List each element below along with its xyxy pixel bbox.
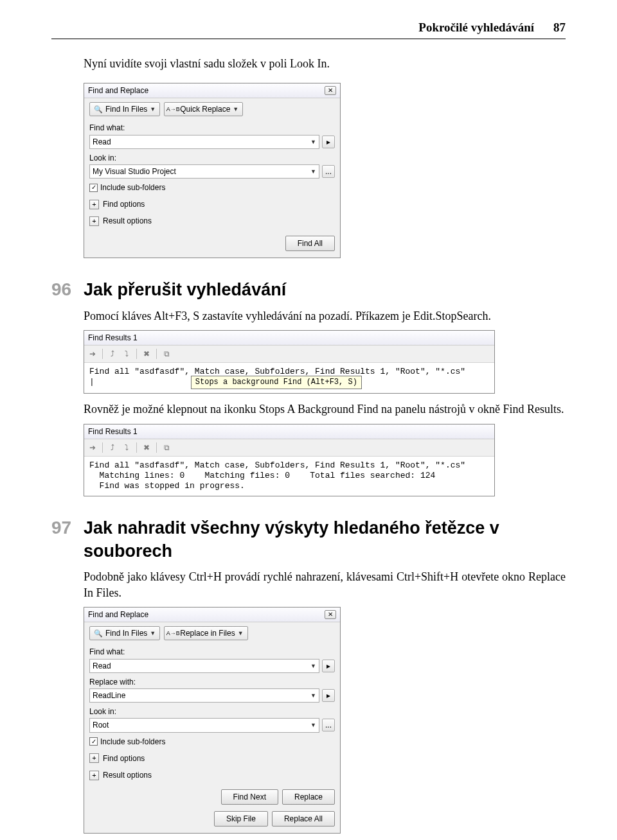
find-all-button[interactable]: Find All [285, 236, 335, 251]
browse-button[interactable]: ... [322, 165, 335, 178]
expr-builder-button[interactable]: ▸ [322, 136, 335, 148]
chevron-down-icon: ▼ [233, 105, 238, 113]
stop-find-tooltip: Stops a background Find (Alt+F3, S) [191, 376, 362, 389]
find-what-label: Find what: [89, 123, 335, 133]
replace-with-input[interactable]: ReadLine ▼ [89, 688, 319, 703]
replace-all-button[interactable]: Replace All [272, 811, 335, 827]
expr-builder-button[interactable]: ▸ [322, 660, 335, 672]
tab-find-in-files[interactable]: 🔍 Find In Files ▼ [89, 626, 160, 640]
skip-file-button[interactable]: Skip File [214, 811, 268, 827]
panel-toolbar: ➜ ⤴ ⤵ ✖ ⧉ [84, 346, 494, 363]
find-what-input[interactable]: Read ▼ [89, 135, 319, 149]
replace-button[interactable]: Replace [282, 789, 335, 805]
expand-find-options[interactable]: + [89, 753, 99, 763]
include-subfolders-checkbox[interactable]: ✓ [89, 184, 98, 192]
find-results-panel: Find Results 1 ➜ ⤴ ⤵ ✖ ⧉ Find all "asdfa… [84, 330, 495, 394]
expand-result-options[interactable]: + [89, 771, 99, 780]
replace-in-files-icon: A→B [168, 629, 177, 638]
close-icon[interactable]: ✕ [325, 610, 336, 619]
page-number: 87 [553, 19, 566, 36]
dialog-title: Find and Replace [88, 609, 148, 620]
expand-find-options[interactable]: + [89, 200, 99, 209]
dialog-title: Find and Replace [88, 85, 148, 96]
separator [156, 442, 157, 453]
tab-label: Quick Replace [180, 104, 230, 114]
tab-find-in-files[interactable]: 🔍 Find In Files ▼ [89, 102, 160, 116]
chevron-down-icon: ▼ [310, 662, 316, 670]
page-header-title: Pokročilé vyhledávání [418, 19, 534, 36]
chevron-down-icon: ▼ [238, 629, 244, 637]
panel-title: Find Results 1 [84, 424, 494, 439]
replace-in-files-dialog: Find and Replace ✕ 🔍 Find In Files ▼ A→B… [84, 607, 341, 834]
chevron-down-icon: ▼ [310, 138, 316, 146]
expr-builder-button[interactable]: ▸ [322, 689, 335, 702]
separator [156, 349, 157, 359]
section-number: 96 [51, 277, 84, 302]
look-in-label: Look in: [89, 706, 335, 717]
look-in-value: Root [93, 720, 109, 730]
separator [136, 442, 137, 453]
play-icon: ▸ [326, 661, 330, 671]
find-results-panel-2: Find Results 1 ➜ ⤴ ⤵ ✖ ⧉ Find all "asdfa… [84, 424, 495, 496]
section-96-p1: Pomocí kláves Alt+F3, S zastavíte vyhled… [84, 308, 566, 324]
include-subfolders-label: Include sub-folders [100, 182, 165, 193]
find-options-label: Find options [103, 753, 145, 764]
section-title: Jak přerušit vyhledávání [84, 278, 286, 301]
find-what-input[interactable]: Read ▼ [89, 659, 319, 673]
stop-find-icon[interactable]: ✖ [141, 348, 152, 360]
separator [136, 349, 137, 359]
goto-location-icon[interactable]: ➜ [87, 348, 98, 360]
prev-result-icon[interactable]: ⤴ [107, 348, 118, 360]
find-options-label: Find options [103, 199, 145, 209]
result-options-label: Result options [103, 770, 152, 780]
tab-quick-replace[interactable]: A→B Quick Replace ▼ [164, 102, 243, 116]
replace-with-value: ReadLine [93, 690, 125, 701]
tab-label: Find In Files [105, 104, 147, 114]
quick-replace-icon: A→B [168, 105, 177, 114]
include-subfolders-label: Include sub-folders [100, 737, 165, 747]
play-icon: ▸ [326, 137, 330, 147]
results-output: Find all "asdfasdf", Match case, Subfold… [84, 457, 494, 496]
intro-paragraph: Nyní uvidíte svoji vlastní sadu složek v… [84, 56, 566, 71]
find-what-value: Read [93, 137, 111, 147]
browse-label: ... [325, 166, 332, 177]
tab-replace-in-files[interactable]: A→B Replace in Files ▼ [164, 626, 247, 640]
panel-title: Find Results 1 [84, 331, 494, 346]
clear-all-icon[interactable]: ⧉ [161, 442, 172, 453]
clear-all-icon[interactable]: ⧉ [161, 348, 172, 360]
checkmark-icon: ✓ [91, 183, 96, 192]
separator [102, 442, 103, 453]
include-subfolders-checkbox[interactable]: ✓ [89, 737, 98, 746]
replace-with-label: Replace with: [89, 677, 335, 687]
find-and-replace-dialog: Find and Replace ✕ 🔍 Find In Files ▼ A→B… [84, 83, 341, 258]
browse-button[interactable]: ... [322, 719, 335, 731]
find-next-button[interactable]: Find Next [221, 789, 278, 805]
checkmark-icon: ✓ [91, 737, 96, 746]
tab-label: Replace in Files [180, 628, 235, 638]
next-result-icon[interactable]: ⤵ [121, 442, 132, 453]
expand-result-options[interactable]: + [89, 216, 99, 226]
goto-location-icon[interactable]: ➜ [87, 442, 98, 453]
dialog-titlebar: Find and Replace ✕ [84, 608, 340, 622]
look-in-input[interactable]: My Visual Studio Project ▼ [89, 164, 319, 179]
chevron-down-icon: ▼ [310, 692, 316, 699]
section-number: 97 [51, 516, 84, 540]
chevron-down-icon: ▼ [150, 629, 156, 637]
find-in-files-icon: 🔍 [94, 629, 103, 638]
browse-label: ... [325, 720, 332, 730]
stop-find-icon[interactable]: ✖ [141, 442, 152, 453]
find-in-files-icon: 🔍 [94, 105, 103, 114]
page-header: Pokročilé vyhledávání 87 [51, 19, 566, 39]
separator [102, 349, 103, 359]
close-icon[interactable]: ✕ [325, 86, 336, 95]
prev-result-icon[interactable]: ⤴ [107, 442, 118, 453]
look-in-value: My Visual Studio Project [93, 166, 176, 177]
next-result-icon[interactable]: ⤵ [121, 348, 132, 360]
section-96: 96 Jak přerušit vyhledávání Pomocí kláve… [51, 277, 566, 496]
section-title: Jak nahradit všechny výskyty hledaného ř… [84, 516, 566, 563]
dialog-titlebar: Find and Replace ✕ [84, 83, 340, 98]
result-options-label: Result options [103, 216, 152, 226]
chevron-down-icon: ▼ [150, 105, 156, 113]
look-in-input[interactable]: Root ▼ [89, 718, 319, 732]
section-96-p2: Rovněž je možné klepnout na ikonku Stops… [84, 401, 566, 417]
